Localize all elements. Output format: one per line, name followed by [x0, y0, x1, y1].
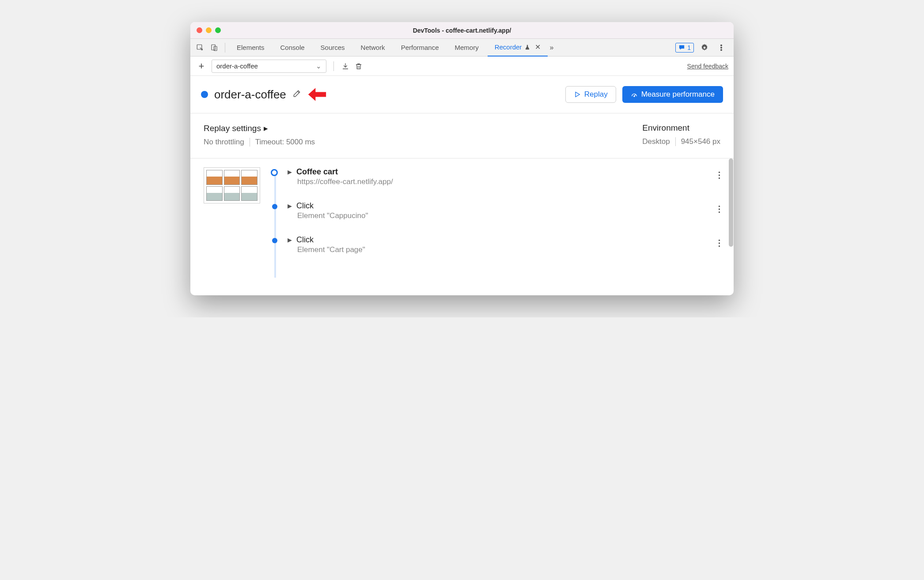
issues-badge[interactable]: 1	[675, 43, 694, 53]
step-node	[272, 204, 277, 209]
edit-title-button[interactable]	[292, 89, 301, 100]
svg-point-8	[719, 174, 720, 176]
step-item[interactable]: ▶ClickElement "Cappucino"	[288, 201, 720, 235]
gauge-icon	[631, 91, 638, 98]
steps-area: ▶Coffee carthttps://coffee-cart.netlify.…	[190, 158, 734, 295]
divider	[675, 137, 676, 146]
tab-recorder-label: Recorder	[495, 43, 522, 51]
devtools-window: DevTools - coffee-cart.netlify.app/ Elem…	[190, 22, 734, 295]
svg-point-9	[719, 177, 720, 179]
step-more-icon[interactable]	[718, 205, 720, 215]
step-subtitle: Element "Cappucino"	[297, 211, 720, 220]
caret-right-icon: ▶	[288, 169, 292, 175]
settings-icon[interactable]	[698, 41, 711, 54]
timeout-value: Timeout: 5000 ms	[255, 138, 315, 147]
tab-network[interactable]: Network	[354, 39, 392, 56]
recording-selector[interactable]: order-a-coffee ⌄	[212, 60, 326, 73]
step-title: Click	[296, 235, 314, 245]
divider	[225, 43, 225, 53]
message-icon	[678, 44, 685, 51]
more-icon[interactable]	[715, 41, 727, 54]
window-title: DevTools - coffee-cart.netlify.app/	[190, 27, 734, 34]
svg-point-11	[719, 208, 720, 210]
flask-icon	[524, 44, 530, 50]
device-value: Desktop	[642, 137, 670, 146]
caret-right-icon: ▶	[288, 237, 292, 243]
timeline-line	[274, 171, 276, 278]
throttling-value: No throttling	[204, 138, 244, 147]
replay-label: Replay	[584, 90, 608, 99]
traffic-lights	[197, 27, 221, 33]
tab-sources[interactable]: Sources	[314, 39, 352, 56]
replay-settings-toggle[interactable]: Replay settings ▸	[204, 123, 315, 133]
step-title: Coffee cart	[296, 167, 338, 177]
tabs-overflow-icon[interactable]: »	[549, 44, 553, 52]
replay-button[interactable]: Replay	[565, 86, 616, 103]
step-subtitle: https://coffee-cart.netlify.app/	[297, 177, 720, 186]
svg-point-4	[721, 47, 722, 48]
step-thumbnail	[204, 167, 260, 203]
svg-point-3	[721, 45, 722, 46]
recording-header: order-a-coffee Replay Measure performanc…	[190, 76, 734, 113]
tab-recorder[interactable]: Recorder ✕	[488, 39, 548, 56]
environment-label: Environment	[642, 123, 689, 133]
step-title: Click	[296, 201, 314, 211]
scrollbar-thumb[interactable]	[729, 158, 733, 247]
settings-row: Replay settings ▸ No throttling Timeout:…	[190, 113, 734, 158]
issues-count: 1	[687, 44, 691, 51]
svg-point-15	[719, 245, 720, 247]
tab-memory[interactable]: Memory	[448, 39, 486, 56]
close-window[interactable]	[197, 27, 202, 33]
new-recording-button[interactable]: +	[196, 60, 207, 72]
svg-point-12	[719, 211, 720, 213]
recording-selector-label: order-a-coffee	[216, 62, 258, 70]
recording-title: order-a-coffee	[214, 88, 286, 102]
divider	[333, 61, 334, 71]
chevron-down-icon: ⌄	[316, 62, 322, 70]
send-feedback-link[interactable]: Send feedback	[687, 63, 728, 70]
tab-elements[interactable]: Elements	[230, 39, 272, 56]
svg-point-7	[719, 172, 720, 173]
measure-label: Measure performance	[641, 90, 715, 99]
zoom-window[interactable]	[215, 27, 221, 33]
export-icon[interactable]	[341, 62, 350, 71]
step-more-icon[interactable]	[718, 171, 720, 181]
devtools-tabbar: Elements Console Sources Network Perform…	[190, 39, 734, 56]
measure-performance-button[interactable]: Measure performance	[622, 86, 723, 103]
svg-point-10	[719, 206, 720, 207]
steps-timeline: ▶Coffee carthttps://coffee-cart.netlify.…	[270, 167, 720, 278]
step-node	[272, 238, 277, 243]
recorder-toolbar: + order-a-coffee ⌄ Send feedback	[190, 56, 734, 76]
annotation-arrow-icon	[307, 86, 327, 103]
replay-settings-label: Replay settings	[204, 124, 261, 133]
window-titlebar: DevTools - coffee-cart.netlify.app/	[190, 22, 734, 39]
tab-performance[interactable]: Performance	[394, 39, 446, 56]
step-more-icon[interactable]	[718, 239, 720, 249]
svg-point-6	[634, 96, 635, 97]
divider	[250, 138, 250, 147]
step-item[interactable]: ▶Coffee carthttps://coffee-cart.netlify.…	[288, 167, 720, 201]
play-icon	[574, 91, 581, 98]
svg-point-14	[719, 242, 720, 244]
viewport-value: 945×546 px	[681, 137, 720, 146]
caret-right-icon: ▸	[264, 123, 268, 133]
tab-console[interactable]: Console	[273, 39, 312, 56]
minimize-window[interactable]	[206, 27, 212, 33]
svg-point-13	[719, 240, 720, 241]
inspect-icon[interactable]	[194, 41, 206, 54]
step-subtitle: Element "Cart page"	[297, 245, 720, 254]
close-icon[interactable]: ✕	[535, 43, 541, 51]
device-toggle-icon[interactable]	[208, 41, 220, 54]
step-item[interactable]: ▶ClickElement "Cart page"	[288, 235, 720, 269]
svg-point-5	[721, 49, 722, 50]
delete-icon[interactable]	[354, 62, 363, 71]
recording-status-dot	[201, 91, 208, 98]
caret-right-icon: ▶	[288, 203, 292, 209]
svg-rect-1	[212, 45, 215, 50]
step-node	[271, 169, 278, 176]
right-tools: 1	[675, 41, 730, 54]
